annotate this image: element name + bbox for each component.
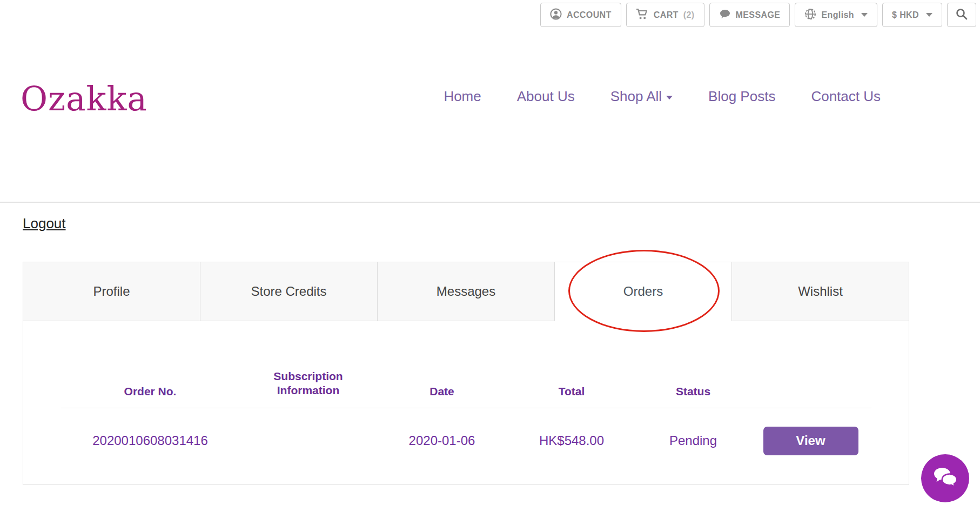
main-nav: Home About Us Shop All Blog Posts Contac… [444,88,881,105]
cart-label: CART [654,10,679,20]
tab-label: Profile [93,284,130,299]
order-date: 2020-01-06 [377,408,507,455]
currency-selector[interactable]: $ HKD [882,3,942,27]
orders-panel: Order No. Subscription Information Date … [23,321,909,485]
nav-label: Blog Posts [708,88,775,105]
caret-down-icon [666,96,673,99]
tab-wishlist[interactable]: Wishlist [731,262,909,321]
chat-bubbles-icon [931,464,959,492]
tab-label: Messages [437,284,495,299]
orders-table: Order No. Subscription Information Date … [61,321,871,455]
topbar: ACCOUNT CART (2) MESSAGE [540,3,976,27]
column-header-action [750,321,871,408]
nav-item-home[interactable]: Home [444,88,481,105]
order-status: Pending [636,408,750,455]
orders-header-row: Order No. Subscription Information Date … [61,321,871,408]
logout-link[interactable]: Logout [23,215,66,232]
cart-icon [636,8,649,22]
nav-label: About Us [517,88,575,105]
column-header-subscription-information: Subscription Information [239,321,377,408]
chat-widget-button[interactable] [921,454,969,502]
account-button[interactable]: ACCOUNT [540,3,621,27]
nav-item-blog-posts[interactable]: Blog Posts [708,88,775,105]
nav-item-contact-us[interactable]: Contact Us [811,88,881,105]
account-label: ACCOUNT [567,10,612,20]
magnifier-icon [955,8,968,23]
language-label: English [821,10,854,20]
language-selector[interactable]: English [795,3,877,27]
nav-label: Shop All [610,88,662,105]
search-button[interactable] [947,3,976,27]
site-logo[interactable]: Ozakka [21,82,147,115]
nav-item-about-us[interactable]: About Us [517,88,575,105]
nav-item-shop-all[interactable]: Shop All [610,88,673,105]
column-header-text: Subscription Information [263,369,354,398]
caret-down-icon [861,13,868,17]
order-total: HK$548.00 [507,408,636,455]
order-action-cell: View [750,408,871,455]
column-header-order-no: Order No. [61,321,239,408]
speech-bubble-icon [719,8,731,22]
tab-messages[interactable]: Messages [377,262,555,321]
cart-button[interactable]: CART (2) [626,3,704,27]
message-button[interactable]: MESSAGE [709,3,790,27]
order-row: 2020010608031416 2020-01-06 HK$548.00 Pe… [61,408,871,455]
nav-label: Home [444,88,481,105]
account-box: Profile Store Credits Messages Orders Wi… [23,262,909,485]
globe-icon [804,8,816,22]
column-header-date: Date [377,321,507,408]
tab-orders[interactable]: Orders [554,262,732,321]
tab-label: Wishlist [798,284,843,299]
message-label: MESSAGE [736,10,781,20]
tab-profile[interactable]: Profile [23,262,200,321]
order-subscription-info [239,408,377,455]
view-order-button[interactable]: View [763,427,858,455]
caret-down-icon [926,13,932,17]
ozakka-account-page: ACCOUNT CART (2) MESSAGE [0,0,980,511]
account-tabs: Profile Store Credits Messages Orders Wi… [23,262,909,321]
person-icon [550,8,562,22]
tab-label: Store Credits [251,284,326,299]
nav-label: Contact Us [811,88,881,105]
column-header-status: Status [636,321,750,408]
tab-store-credits[interactable]: Store Credits [200,262,378,321]
order-number[interactable]: 2020010608031416 [61,408,239,455]
tab-label: Orders [623,284,663,299]
column-header-total: Total [507,321,636,408]
cart-count: (2) [683,10,695,20]
currency-label: $ HKD [892,10,919,20]
header-divider [0,202,980,203]
